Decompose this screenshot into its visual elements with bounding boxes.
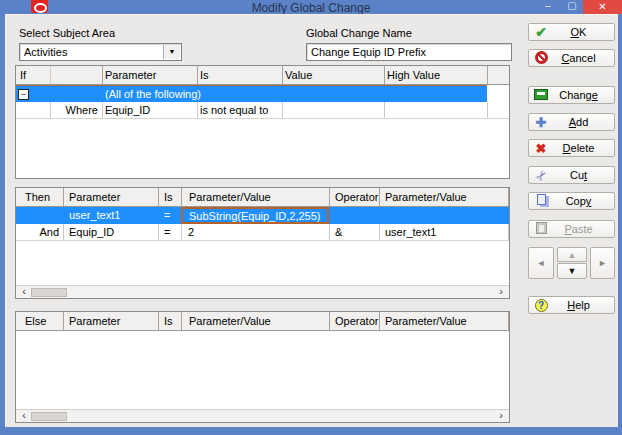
subject-area-combobox[interactable]: Activities ▼	[19, 43, 182, 61]
collapse-icon[interactable]: −	[18, 89, 29, 100]
scroll-left-icon[interactable]: ‹	[18, 410, 30, 422]
if-row-parameter: (All of the following)	[105, 88, 201, 100]
then-row-value: SubString(Equip_ID,2,255)	[189, 210, 320, 222]
col-operator: Operator	[335, 191, 378, 203]
then-row-operator: &	[335, 226, 342, 238]
and-label: And	[16, 226, 59, 238]
close-button[interactable]: ✕	[583, 0, 622, 14]
change-name-input[interactable]: Change Equip ID Prefix	[306, 43, 512, 61]
subject-area-value: Activities	[24, 46, 67, 58]
if-row-where[interactable]: Where Equip_ID is not equal to	[16, 102, 509, 119]
col-value: Value	[285, 69, 312, 81]
if-grid-header: If Parameter Is Value High Value	[16, 66, 509, 85]
then-row-is: =	[164, 226, 170, 238]
col-is: Is	[200, 69, 209, 81]
col-parameter-value-2: Parameter/Value	[385, 315, 467, 327]
chevron-down-icon[interactable]: ▼	[163, 45, 180, 59]
col-parameter-value: Parameter/Value	[189, 315, 271, 327]
if-grid: If Parameter Is Value High Value − (All …	[15, 65, 510, 179]
then-row-equip-id[interactable]: And Equip_ID = 2 & user_text1	[16, 224, 509, 241]
then-row-parameter: user_text1	[69, 209, 120, 221]
move-right-button: ►	[590, 247, 615, 279]
move-up-button: ▲	[557, 247, 587, 262]
move-left-button: ◄	[528, 247, 554, 279]
move-down-button[interactable]: ▼	[557, 263, 587, 279]
where-label: Where	[52, 104, 98, 116]
then-row-value: 2	[188, 226, 194, 238]
col-then: Then	[25, 191, 50, 203]
scroll-left-icon[interactable]: ‹	[18, 286, 30, 298]
x-icon: ✖	[536, 141, 547, 156]
else-horizontal-scrollbar[interactable]: ‹ ›	[16, 409, 509, 422]
col-parameter-value: Parameter/Value	[189, 191, 271, 203]
then-horizontal-scrollbar[interactable]: ‹ ›	[16, 285, 509, 298]
cut-button[interactable]: ✂ Cut	[528, 166, 615, 184]
scissors-icon: ✂	[532, 166, 551, 184]
plus-icon: ✚	[536, 115, 547, 130]
arrow-left-icon: ◄	[537, 258, 546, 268]
arrow-right-icon: ►	[598, 258, 607, 268]
col-parameter: Parameter	[69, 315, 120, 327]
subject-area-label: Select Subject Area	[19, 27, 115, 39]
dialog-body: Select Subject Area Activities ▼ Global …	[5, 14, 618, 427]
col-is: Is	[164, 191, 173, 203]
scrollbar-thumb[interactable]	[31, 412, 67, 421]
help-button[interactable]: ? Help	[528, 296, 615, 314]
if-row-parameter: Equip_ID	[105, 104, 150, 116]
if-row-is: is not equal to	[200, 104, 269, 116]
col-parameter-value-2: Parameter/Value	[385, 191, 467, 203]
arrow-down-icon: ▼	[568, 266, 577, 276]
col-else: Else	[25, 315, 46, 327]
copy-icon	[537, 194, 546, 205]
col-operator: Operator	[335, 315, 378, 327]
then-grid-header: Then Parameter Is Parameter/Value Operat…	[16, 188, 509, 207]
add-button[interactable]: ✚ Add	[528, 113, 615, 131]
then-row-is: =	[164, 209, 170, 221]
then-grid: Then Parameter Is Parameter/Value Operat…	[15, 187, 510, 299]
delete-button[interactable]: ✖ Delete	[528, 139, 615, 157]
focused-cell[interactable]: SubString(Equip_ID,2,255)	[181, 207, 329, 224]
scroll-right-icon[interactable]: ›	[495, 410, 507, 422]
change-name-label: Global Change Name	[306, 27, 412, 39]
no-entry-icon	[535, 51, 548, 64]
if-row-all-of-following[interactable]: − (All of the following)	[16, 85, 487, 102]
help-icon: ?	[535, 299, 548, 312]
cancel-button[interactable]: Cancel	[528, 49, 615, 67]
minimize-button[interactable]: –	[538, 0, 558, 13]
arrow-up-icon: ▲	[568, 250, 577, 260]
then-row-value-2: user_text1	[385, 226, 436, 238]
col-parameter: Parameter	[105, 69, 156, 81]
col-if: If	[20, 69, 26, 81]
modify-global-change-window: Modify Global Change – ▢ ✕ Select Subjec…	[0, 0, 622, 435]
clipboard-icon	[536, 222, 547, 234]
change-button[interactable]: Change	[528, 86, 615, 104]
change-icon	[534, 89, 548, 100]
then-row-user-text1[interactable]: user_text1 = SubString(Equip_ID,2,255)	[16, 207, 509, 224]
col-is: Is	[164, 315, 173, 327]
copy-button[interactable]: Copy	[528, 192, 615, 210]
col-high-value: High Value	[387, 69, 440, 81]
col-parameter: Parameter	[69, 191, 120, 203]
maximize-button[interactable]: ▢	[562, 0, 582, 13]
title-bar: Modify Global Change – ▢ ✕	[0, 0, 622, 14]
scroll-right-icon[interactable]: ›	[495, 286, 507, 298]
else-grid: Else Parameter Is Parameter/Value Operat…	[15, 311, 510, 423]
scrollbar-thumb[interactable]	[31, 288, 67, 297]
ok-button[interactable]: ✔ OK	[528, 23, 615, 41]
else-grid-header: Else Parameter Is Parameter/Value Operat…	[16, 312, 509, 331]
then-row-parameter: Equip_ID	[69, 226, 114, 238]
check-icon: ✔	[535, 24, 547, 40]
paste-button: Paste	[528, 220, 615, 238]
change-name-value: Change Equip ID Prefix	[311, 46, 426, 58]
